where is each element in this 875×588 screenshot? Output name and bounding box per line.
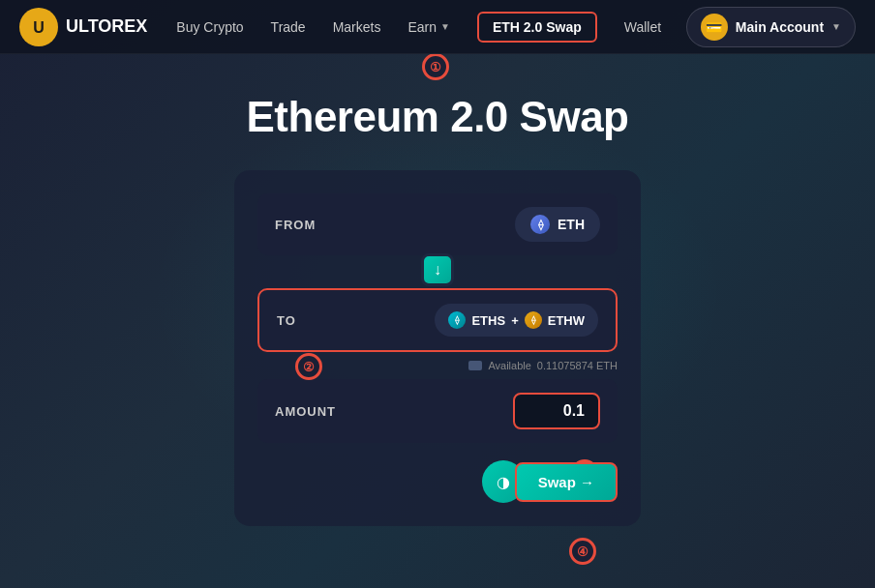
nav-wallet[interactable]: Wallet	[624, 19, 661, 35]
nav-markets[interactable]: Markets	[333, 19, 381, 35]
page-title: Ethereum 2.0 Swap	[247, 93, 629, 141]
from-currency-selector[interactable]: ⟠ ETH	[515, 207, 600, 242]
nav-eth-swap[interactable]: ETH 2.0 Swap	[477, 12, 597, 43]
from-currency-label: ETH	[558, 217, 585, 232]
available-label: Available	[488, 360, 530, 371]
wallet-small-icon	[468, 361, 482, 370]
main-content: Ethereum 2.0 Swap FROM ⟠ ETH ↓ TO ⟠ ETHS…	[0, 54, 875, 526]
amount-label: AMOUNT	[275, 404, 336, 419]
nav-earn[interactable]: Earn ▼	[407, 19, 449, 35]
nav-links: Buy Crypto Trade Markets Earn ▼ ETH 2.0 …	[176, 12, 685, 43]
nav-buy-crypto[interactable]: Buy Crypto	[176, 19, 243, 35]
swap-direction-container: ↓	[257, 253, 618, 286]
earn-chevron-icon: ▼	[440, 21, 450, 32]
logo[interactable]: U ULTOREX	[19, 8, 147, 46]
account-chevron-icon: ▼	[831, 21, 841, 32]
eths-label: ETHS	[471, 313, 505, 328]
amount-row: AMOUNT	[257, 379, 618, 443]
logo-icon: U	[19, 8, 58, 46]
swap-card: FROM ⟠ ETH ↓ TO ⟠ ETHS + ⟠ ETHW Availabl…	[234, 170, 641, 526]
to-currency-selector[interactable]: ⟠ ETHS + ⟠ ETHW	[435, 304, 598, 337]
eths-icon: ⟠	[448, 311, 466, 329]
swap-direction-button[interactable]: ↓	[421, 253, 454, 286]
account-button[interactable]: 💳 Main Account ▼	[686, 7, 856, 47]
svg-text:U: U	[33, 19, 45, 36]
account-icon: 💳	[701, 14, 728, 41]
from-label: FROM	[275, 218, 316, 232]
ethw-icon: ⟠	[525, 311, 542, 329]
annotation-1: ①	[422, 53, 449, 80]
ethw-label: ETHW	[548, 313, 585, 328]
amount-input[interactable]	[513, 393, 600, 429]
bottom-row: ◑ Swap →	[257, 460, 618, 503]
swap-button[interactable]: Swap →	[515, 462, 618, 502]
annotation-2: ②	[295, 353, 322, 380]
from-row: FROM ⟠ ETH	[257, 193, 618, 255]
nav-trade[interactable]: Trade	[271, 19, 306, 35]
eth-icon: ⟠	[530, 215, 550, 234]
navbar: U ULTOREX Buy Crypto Trade Markets Earn …	[0, 0, 875, 54]
annotation-4: ④	[569, 538, 596, 565]
logo-text: ULTOREX	[66, 16, 147, 37]
to-label: TO	[277, 313, 296, 328]
account-label: Main Account	[736, 19, 824, 35]
available-amount: 0.11075874 ETH	[537, 360, 618, 371]
to-row: TO ⟠ ETHS + ⟠ ETHW	[257, 288, 618, 352]
